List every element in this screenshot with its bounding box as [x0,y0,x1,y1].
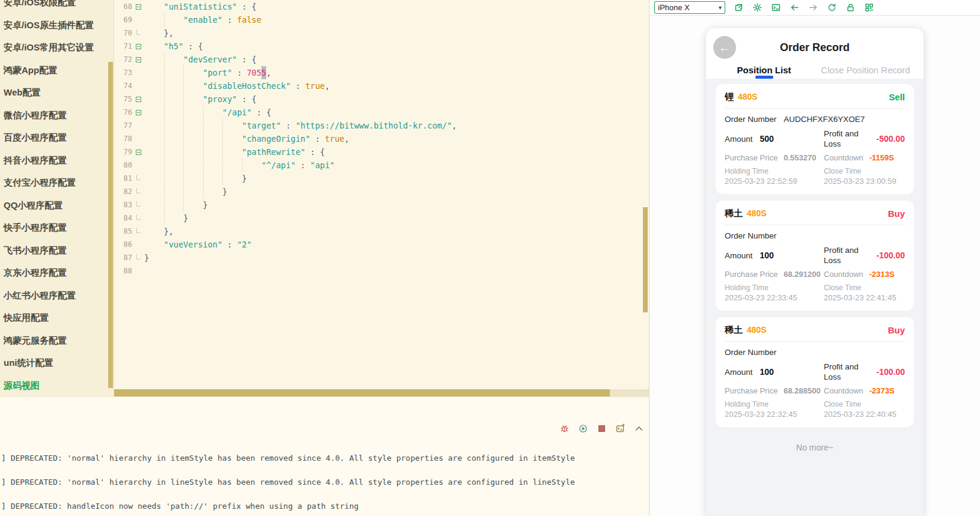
code-text: } [144,198,208,211]
lock-icon[interactable] [845,2,856,13]
terminal-icon[interactable] [770,2,781,13]
indent-guide [183,106,203,119]
editor-horizontal-scrollbar[interactable] [114,389,610,396]
indent-guide [164,119,184,132]
code-token: } [242,172,247,185]
fold-gutter [132,238,144,251]
code-token: : [291,79,305,93]
sidebar-scrollbar[interactable] [108,62,113,388]
code-token: "https://bitwww.bithold-kr.com/" [296,119,452,132]
sidebar-item[interactable]: 安卓/iOS原生插件配置 [0,14,114,37]
order-symbol-wrap: 稀土480S [725,208,767,219]
collapse-panel-icon[interactable] [634,423,644,434]
order-number-value: AUDCHFXFX6YXOE7 [784,115,865,124]
fold-collapse-icon[interactable] [136,110,141,115]
code-editor[interactable]: 68"uniStatistics" : {69"enable" : false7… [114,0,649,396]
indent-guide [144,93,164,106]
sidebar-item[interactable]: 快手小程序配置 [0,217,114,240]
sidebar-item[interactable]: Web配置 [0,82,114,105]
sidebar-item[interactable]: 小红书小程序配置 [0,285,114,308]
sidebar-item[interactable]: uni统计配置 [0,352,114,375]
purchase-price-label: Purchase Price [725,386,778,395]
sidebar-item[interactable]: 支付宝小程序配置 [0,172,114,195]
list-end-text: No more~ [716,443,914,452]
fold-collapse-icon[interactable] [136,44,141,49]
fold-collapse-icon[interactable] [136,4,141,10]
sidebar-item[interactable]: 安卓/iOS权限配置 [0,0,114,14]
code-text: "changeOrigin" : true, [144,132,349,145]
fold-collapse-icon[interactable] [136,57,141,62]
code-token: : [222,13,237,26]
back-button[interactable]: ← [713,36,736,59]
close-time-value: 2025-03-23 22:40:45 [824,409,905,419]
code-line: 71"h5" : { [114,40,649,53]
line-number: 79 [114,145,132,159]
fold-end-mark [136,214,141,220]
open-page-icon[interactable] [733,2,744,13]
countdown-cell: Countdown-2373S [824,384,905,397]
code-text: }, [144,26,174,40]
sidebar-item[interactable]: 快应用配置 [0,307,114,330]
stop-icon[interactable] [597,423,607,434]
indent-guide [144,172,164,185]
order-card: 锂480SSellOrder NumberAUDCHFXFX6YXOE7Amou… [716,84,914,194]
sidebar-item[interactable]: 飞书小程序配置 [0,240,114,263]
holding-time-value: 2025-03-23 22:33:45 [725,293,824,303]
sidebar-item[interactable]: 鸿蒙App配置 [0,59,114,82]
code-token: , [325,79,330,93]
new-terminal-icon[interactable] [615,423,625,434]
code-token: } [144,251,149,264]
device-selector[interactable]: iPhone X ▾ [654,1,725,14]
indent-guide [183,145,203,159]
code-line: 87} [114,251,649,264]
indent-guide [222,132,242,145]
fold-gutter [132,66,144,79]
fold-gutter [132,40,144,53]
code-token: : [222,238,237,251]
qr-code-icon[interactable] [863,2,874,13]
code-line: 85}, [114,225,649,238]
fold-collapse-icon[interactable] [136,97,141,102]
fold-gutter [132,93,144,106]
sidebar-item[interactable]: 安卓/iOS常用其它设置 [0,37,114,59]
fold-collapse-icon[interactable] [136,150,141,155]
sidebar-item-source-view[interactable]: 源码视图 [0,375,114,397]
countdown-value: -1159S [869,153,894,162]
sidebar-item[interactable]: 京东小程序配置 [0,262,114,285]
restart-icon[interactable] [578,423,588,434]
sidebar-item[interactable]: 微信小程序配置 [0,105,114,127]
back-arrow-icon[interactable] [789,2,800,13]
amount-value: 100 [760,367,774,377]
refresh-icon[interactable] [826,2,837,13]
code-line: 77"target" : "https://bitwww.bithold-kr.… [114,119,649,132]
sidebar-item[interactable]: QQ小程序配置 [0,195,114,217]
sidebar-item[interactable]: 鸿蒙元服务配置 [0,330,114,353]
debug-bug-icon[interactable] [559,423,570,434]
editor-vertical-scrollbar[interactable] [643,207,648,312]
close-time-label: Close Time [824,166,905,176]
forward-arrow-icon[interactable] [808,2,818,13]
settings-gear-icon[interactable] [752,2,762,13]
sidebar-item[interactable]: 百度小程序配置 [0,127,114,150]
code-text: } [144,251,149,264]
indent-guide [144,145,164,159]
code-token: "changeOrigin" [242,132,311,145]
indent-guide [222,159,242,172]
line-number: 73 [114,66,132,79]
countdown-label: Countdown [824,270,863,279]
code-token: "api" [310,159,335,172]
indent-guide [144,159,164,172]
tab-close-position-record[interactable]: Close Position Record [815,65,916,79]
code-token: , [452,119,457,132]
indent-guide [144,238,164,251]
profit-loss-label: Profit and Loss [824,362,869,382]
tab-position-list[interactable]: Position List [713,65,815,79]
order-symbol-wrap: 锂480S [725,91,758,103]
order-card-header: 稀土480SBuy [725,208,905,219]
editor-horizontal-scrollbar-track[interactable] [114,389,649,396]
code-line: 76"/api" : { [114,106,649,119]
line-number: 84 [114,211,132,225]
card-divider [725,225,905,225]
sidebar-item[interactable]: 抖音小程序配置 [0,150,114,172]
holding-time-cell: Holding Time2025-03-23 22:33:45 [725,283,824,303]
